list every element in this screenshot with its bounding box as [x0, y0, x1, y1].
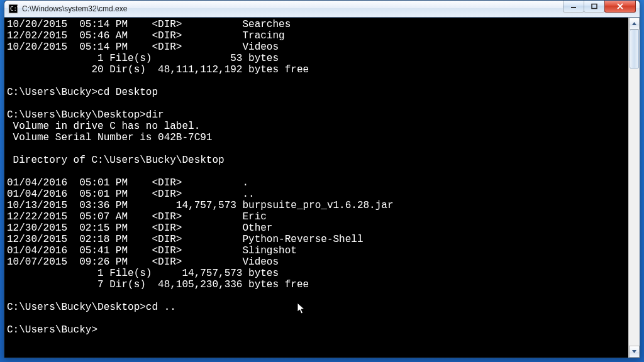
titlebar[interactable]: C:\ C:\Windows\system32\cmd.exe [4, 1, 640, 18]
minimize-button[interactable] [563, 0, 584, 13]
svg-marker-7 [632, 350, 636, 353]
scroll-up-button[interactable] [629, 18, 640, 30]
output-line: Directory of C:\Users\Bucky\Desktop [7, 155, 225, 166]
output-line: 20 Dir(s) 48,111,112,192 bytes free [7, 64, 309, 75]
window-controls [564, 1, 640, 17]
terminal-output[interactable]: 10/20/2015 05:14 PM <DIR> Searches 12/02… [4, 18, 628, 358]
maximize-button[interactable] [584, 0, 605, 13]
output-line: 01/04/2016 05:41 PM <DIR> Slingshot [7, 245, 297, 256]
cmd-icon: C:\ [8, 4, 18, 14]
svg-text:C:\: C:\ [10, 6, 18, 12]
output-line: 10/20/2015 05:14 PM <DIR> Videos [7, 41, 279, 53]
svg-marker-6 [632, 22, 636, 25]
scroll-thumb[interactable] [630, 30, 639, 69]
output-line: 01/04/2016 05:01 PM <DIR> .. [7, 189, 255, 200]
output-line: Volume in drive C has no label. [7, 121, 200, 132]
client-area: 10/20/2015 05:14 PM <DIR> Searches 12/02… [4, 18, 640, 358]
output-line: 12/02/2015 05:46 AM <DIR> Tracing [7, 30, 285, 41]
output-line: C:\Users\Bucky\Desktop>dir [7, 109, 164, 121]
output-line: 10/13/2015 03:36 PM 14,757,573 burpsuite… [7, 200, 394, 211]
output-line: C:\Users\Bucky\Desktop>cd .. [7, 302, 176, 313]
vertical-scrollbar[interactable] [628, 18, 640, 358]
output-line: 12/22/2015 05:07 AM <DIR> Eric [7, 211, 267, 222]
svg-rect-3 [592, 4, 597, 8]
scroll-track[interactable] [629, 30, 640, 346]
output-line: Volume Serial Number is 042B-7C91 [7, 132, 212, 143]
output-line: 10/20/2015 05:14 PM <DIR> Searches [7, 19, 291, 30]
output-line: 01/04/2016 05:01 PM <DIR> . [7, 177, 248, 189]
output-line: 7 Dir(s) 48,105,230,336 bytes free [7, 279, 309, 290]
prompt-line: C:\Users\Bucky> [7, 324, 97, 336]
cmd-window: C:\ C:\Windows\system32\cmd.exe 10/20/20… [4, 0, 640, 358]
output-line: C:\Users\Bucky>cd Desktop [7, 87, 158, 98]
output-line: 12/30/2015 02:18 PM <DIR> Python-Reverse… [7, 234, 364, 245]
close-button[interactable] [604, 0, 636, 13]
output-line: 10/07/2015 09:26 PM <DIR> Videos [7, 256, 279, 268]
output-line: 12/30/2015 02:15 PM <DIR> Other [7, 222, 272, 234]
scroll-down-button[interactable] [629, 346, 640, 358]
output-line: 1 File(s) 14,757,573 bytes [7, 268, 279, 279]
output-line: 1 File(s) 53 bytes [7, 53, 279, 64]
window-title: C:\Windows\system32\cmd.exe [22, 4, 127, 13]
